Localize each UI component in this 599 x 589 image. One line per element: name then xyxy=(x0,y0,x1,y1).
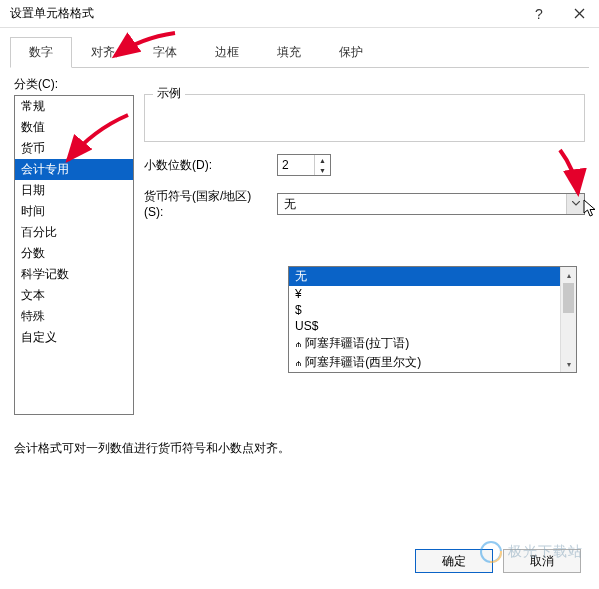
dropdown-scrollbar[interactable]: ▴ ▾ xyxy=(560,267,576,372)
dropdown-item-dollar[interactable]: $ xyxy=(289,302,576,318)
category-item-date[interactable]: 日期 xyxy=(15,180,133,201)
category-item-text[interactable]: 文本 xyxy=(15,285,133,306)
tab-alignment[interactable]: 对齐 xyxy=(72,37,134,68)
decimal-spinner[interactable]: ▲ ▼ xyxy=(277,154,331,176)
combo-dropdown-button[interactable] xyxy=(566,194,584,214)
scroll-track[interactable] xyxy=(561,283,576,356)
category-item-general[interactable]: 常规 xyxy=(15,96,133,117)
category-item-scientific[interactable]: 科学记数 xyxy=(15,264,133,285)
scroll-up-icon[interactable]: ▴ xyxy=(561,267,576,283)
tab-protection[interactable]: 保护 xyxy=(320,37,382,68)
format-description: 会计格式可对一列数值进行货币符号和小数点对齐。 xyxy=(14,440,290,457)
category-listbox[interactable]: 常规 数值 货币 会计专用 日期 时间 百分比 分数 科学记数 文本 特殊 自定… xyxy=(14,95,134,415)
category-item-currency[interactable]: 货币 xyxy=(15,138,133,159)
dropdown-item-azn-latin[interactable]: ₼ 阿塞拜疆语(拉丁语) xyxy=(289,334,576,353)
category-item-time[interactable]: 时间 xyxy=(15,201,133,222)
dropdown-item-none[interactable]: 无 xyxy=(289,267,576,286)
spinner-down-icon[interactable]: ▼ xyxy=(315,165,330,175)
tab-font[interactable]: 字体 xyxy=(134,37,196,68)
category-label: 分类(C): xyxy=(14,76,134,93)
sample-box: 示例 xyxy=(144,94,585,142)
tab-fill[interactable]: 填充 xyxy=(258,37,320,68)
category-item-number[interactable]: 数值 xyxy=(15,117,133,138)
currency-symbol-combo[interactable]: 无 xyxy=(277,193,585,215)
category-item-special[interactable]: 特殊 xyxy=(15,306,133,327)
watermark: 极光下载站 xyxy=(480,541,583,563)
category-item-percentage[interactable]: 百分比 xyxy=(15,222,133,243)
currency-symbol-label: 货币符号(国家/地区)(S): xyxy=(144,188,269,219)
spinner-up-icon[interactable]: ▲ xyxy=(315,155,330,165)
help-button[interactable]: ? xyxy=(519,0,559,28)
dropdown-item-yen[interactable]: ¥ xyxy=(289,286,576,302)
dropdown-item-usd[interactable]: US$ xyxy=(289,318,576,334)
dropdown-item-azn-cyrillic[interactable]: ₼ 阿塞拜疆语(西里尔文) xyxy=(289,353,576,372)
tab-number[interactable]: 数字 xyxy=(10,37,72,68)
watermark-logo-icon xyxy=(480,541,502,563)
window-title: 设置单元格格式 xyxy=(10,5,519,22)
category-item-fraction[interactable]: 分数 xyxy=(15,243,133,264)
category-item-custom[interactable]: 自定义 xyxy=(15,327,133,348)
decimal-input[interactable] xyxy=(278,155,314,175)
decimal-places-label: 小数位数(D): xyxy=(144,157,269,174)
category-item-accounting[interactable]: 会计专用 xyxy=(15,159,133,180)
currency-dropdown-list[interactable]: 无 ¥ $ US$ ₼ 阿塞拜疆语(拉丁语) ₼ 阿塞拜疆语(西里尔文) ▴ ▾ xyxy=(288,266,577,373)
watermark-text: 极光下载站 xyxy=(508,543,583,561)
sample-label: 示例 xyxy=(153,85,185,102)
close-button[interactable] xyxy=(559,0,599,28)
tab-border[interactable]: 边框 xyxy=(196,37,258,68)
titlebar: 设置单元格格式 ? xyxy=(0,0,599,28)
tab-content: 分类(C): 常规 数值 货币 会计专用 日期 时间 百分比 分数 科学记数 文… xyxy=(0,68,599,423)
scroll-down-icon[interactable]: ▾ xyxy=(561,356,576,372)
close-icon xyxy=(574,8,585,19)
currency-symbol-value: 无 xyxy=(278,194,566,214)
tab-bar: 数字 对齐 字体 边框 填充 保护 xyxy=(10,36,589,68)
scroll-thumb[interactable] xyxy=(563,283,574,313)
chevron-down-icon xyxy=(572,201,580,206)
